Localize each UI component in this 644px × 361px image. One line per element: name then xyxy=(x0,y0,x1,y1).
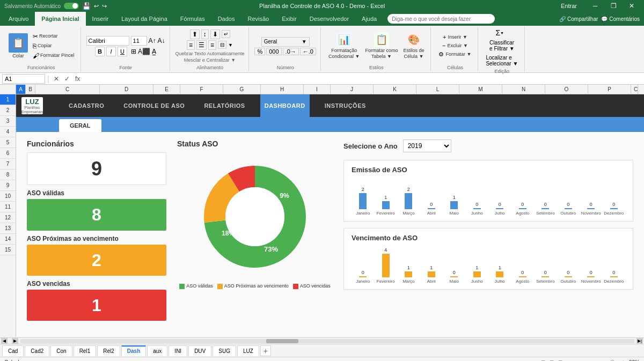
align-right-icon[interactable]: ≡ xyxy=(208,40,216,50)
search-input[interactable] xyxy=(387,14,495,24)
close-button[interactable]: ✕ xyxy=(624,0,640,12)
col-header-l[interactable]: L xyxy=(416,85,459,94)
fill-color-icon[interactable]: A⬛ xyxy=(138,48,150,55)
merge-center-icon[interactable]: ⊟ xyxy=(218,41,226,49)
font-size-input[interactable] xyxy=(131,36,147,46)
row-num-5[interactable]: 5 xyxy=(0,137,16,148)
entrar-button[interactable]: Entrar xyxy=(553,0,585,12)
sheet-tab-luz[interactable]: LUZ xyxy=(237,345,259,356)
thousands-button[interactable]: 000 xyxy=(266,48,281,55)
borders-icon[interactable]: ⊞ xyxy=(131,48,136,55)
decrease-decimal-button[interactable]: ←.0 xyxy=(300,48,316,55)
wrap-text-icon[interactable]: ↵ xyxy=(222,30,230,38)
number-format-dropdown[interactable]: ▼ xyxy=(302,39,307,45)
tab-desenvolvedor[interactable]: Desenvolvedor xyxy=(303,12,355,26)
tab-exibir[interactable]: Exibir xyxy=(275,12,303,26)
col-header-h[interactable]: H xyxy=(261,85,304,94)
col-header-b[interactable]: B xyxy=(26,85,35,94)
scroll-right-button[interactable]: ▶ xyxy=(12,338,18,344)
row-num-15[interactable]: 15 xyxy=(0,245,16,255)
row-num-8[interactable]: 8 xyxy=(0,170,16,180)
tab-dados[interactable]: Dados xyxy=(211,12,241,26)
minimize-button[interactable]: ─ xyxy=(587,0,603,12)
increase-decimal-button[interactable]: .0→ xyxy=(283,48,299,55)
name-box[interactable] xyxy=(2,74,45,84)
col-header-p[interactable]: P xyxy=(588,85,631,94)
scroll-end-button[interactable]: ▶| xyxy=(636,338,643,344)
row-num-6[interactable]: 6 xyxy=(0,148,16,159)
col-header-e[interactable]: E xyxy=(153,85,180,94)
cond-format-button[interactable]: 📊 FormataçãoCondicional ▼ xyxy=(326,31,362,61)
tab-ajuda[interactable]: Ajuda xyxy=(355,12,383,26)
row-num-9[interactable]: 9 xyxy=(0,180,16,191)
save-icon[interactable]: 💾 xyxy=(82,2,91,10)
col-header-n[interactable]: N xyxy=(502,85,545,94)
row-num-3[interactable]: 3 xyxy=(0,116,16,127)
col-header-k[interactable]: K xyxy=(374,85,416,94)
row-num-2[interactable]: 2 xyxy=(0,105,16,116)
excluir-button[interactable]: −Excluir ▼ xyxy=(440,42,470,49)
formatar-pincel-button[interactable]: 🖌Formatar Pincel xyxy=(31,51,76,60)
formatar-button[interactable]: ⚙Formatar ▼ xyxy=(436,50,473,58)
sheet-tab-duv[interactable]: DUV xyxy=(188,345,211,356)
row-num-1[interactable]: 1 xyxy=(0,94,16,105)
number-format-input[interactable]: Geral xyxy=(264,39,302,45)
sheet-tab-dash[interactable]: Dash xyxy=(121,345,146,356)
tab-geral[interactable]: GERAL xyxy=(59,119,101,132)
comentarios-button[interactable]: 💬 Comentários xyxy=(601,16,640,22)
compartilhar-button[interactable]: 🔗 Compartilhar xyxy=(559,16,598,22)
localizar-button[interactable]: Localizar eSelecionar ▼ xyxy=(484,54,520,68)
sheet-tab-sug[interactable]: SUG xyxy=(213,345,236,356)
sheet-tab-rel1[interactable]: Rel1 xyxy=(74,345,97,356)
col-header-c[interactable]: C xyxy=(35,85,100,94)
sheet-tab-cad2[interactable]: Cad2 xyxy=(25,345,49,356)
tab-layout[interactable]: Layout da Página xyxy=(115,12,174,26)
col-header-f[interactable]: F xyxy=(180,85,223,94)
confirm-formula-icon[interactable]: ✓ xyxy=(62,74,72,84)
align-bottom-icon[interactable]: ⬇ xyxy=(210,30,220,39)
horizontal-scrollbar[interactable]: ◀ ▶ ▶| xyxy=(0,337,644,344)
sheet-tab-aux[interactable]: aux xyxy=(147,345,167,356)
col-header-d[interactable]: D xyxy=(100,85,153,94)
undo-icon[interactable]: ↩ xyxy=(94,3,99,10)
scroll-left-button[interactable]: ◀ xyxy=(1,338,8,344)
nav-instrucoes[interactable]: INSTRUÇÕES xyxy=(320,94,370,117)
tab-formulas[interactable]: Fórmulas xyxy=(174,12,211,26)
align-middle-icon[interactable]: ↕ xyxy=(201,30,209,39)
nav-cadastro[interactable]: CADASTRO xyxy=(64,94,108,117)
col-header-m[interactable]: M xyxy=(459,85,502,94)
autosave-toggle[interactable] xyxy=(64,3,79,9)
bold-button[interactable]: B xyxy=(95,47,105,56)
percent-button[interactable]: % xyxy=(254,48,265,55)
row-num-10[interactable]: 10 xyxy=(0,191,16,202)
cancel-formula-icon[interactable]: ✕ xyxy=(52,74,61,84)
copiar-button[interactable]: ⎘Copiar xyxy=(31,42,76,50)
tab-arquivo[interactable]: Arquivo xyxy=(2,12,35,26)
colar-button[interactable]: 📋 Colar xyxy=(6,32,30,60)
align-top-icon[interactable]: ⬆ xyxy=(190,30,200,39)
nav-dashboard[interactable]: DASHBOARD xyxy=(260,94,310,117)
format-table-button[interactable]: 📋 Formatar comoTabela ▼ xyxy=(363,31,400,61)
col-header-i[interactable]: I xyxy=(304,85,331,94)
row-num-4[interactable]: 4 xyxy=(0,127,16,137)
nav-controle-aso[interactable]: CONTROLE DE ASO xyxy=(119,94,189,117)
row-num-7[interactable]: 7 xyxy=(0,159,16,170)
year-select[interactable]: 2019 2018 2020 xyxy=(403,139,451,152)
col-header-j[interactable]: J xyxy=(331,85,374,94)
classificar-button[interactable]: Classificare Filtrar ▼ xyxy=(487,39,517,53)
col-header-q[interactable]: C xyxy=(631,85,638,94)
redo-icon[interactable]: ↪ xyxy=(102,3,107,10)
recortar-button[interactable]: ✂Recortar xyxy=(31,32,76,41)
insert-function-icon[interactable]: fx xyxy=(73,74,83,84)
row-num-11[interactable]: 11 xyxy=(0,202,16,212)
row-num-12[interactable]: 12 xyxy=(0,212,16,223)
row-num-14[interactable]: 14 xyxy=(0,234,16,245)
font-family-input[interactable] xyxy=(86,36,129,46)
nav-relatorios[interactable]: RELATÓRIOS xyxy=(200,94,249,117)
sheet-tab-cad[interactable]: Cad xyxy=(2,345,24,356)
align-center-icon[interactable]: ☰ xyxy=(196,40,207,50)
font-size-up-icon[interactable]: A↑ xyxy=(149,37,156,45)
merge-dropdown[interactable]: ▼ xyxy=(228,42,233,48)
font-color-icon[interactable]: A̲ xyxy=(152,48,156,55)
underline-button[interactable]: U xyxy=(118,47,127,56)
